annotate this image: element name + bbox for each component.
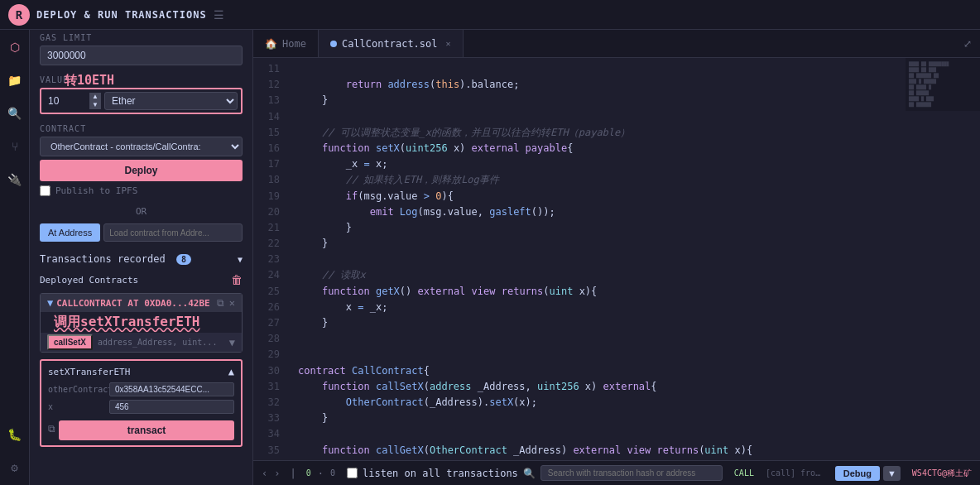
code-editor[interactable]: 1112131415 1617181920 2122232425 2627282… xyxy=(253,58,980,460)
home-tab-icon: 🏠 xyxy=(265,38,277,50)
debug-row: Debug ▼ xyxy=(835,466,901,481)
setx-field-x: x xyxy=(48,400,234,414)
sidebar: GAS LIMIT VALUE ▲ ▼ Wei Gwei Finney Eth xyxy=(30,30,253,485)
publish-ipfs-checkbox[interactable] xyxy=(40,185,50,196)
setx-contract-label: otherContract: xyxy=(48,385,106,394)
transactions-badge: 8 xyxy=(176,254,191,265)
sidebar-item-git[interactable]: ⑂ xyxy=(4,136,26,157)
gas-limit-label: GAS LIMIT xyxy=(40,33,243,42)
nav-right-icon[interactable]: › xyxy=(274,468,280,479)
copy-contract-icon[interactable]: ⧉ xyxy=(217,297,224,309)
main-layout: ⬡ 📁 🔍 ⑂ 🔌 🐛 ⚙ GAS LIMIT VALUE ▲ ▼ xyxy=(0,30,980,485)
setx-x-input[interactable] xyxy=(109,400,234,414)
load-contract-input[interactable] xyxy=(103,223,243,242)
transact-row: ⧉ transact xyxy=(48,417,234,440)
tab-expand[interactable]: ⤢ xyxy=(955,38,980,50)
sidebar-item-settings[interactable]: ⚙ xyxy=(4,457,26,478)
listen-label: listen on all transactions xyxy=(363,468,518,479)
sidebar-item-deploy[interactable]: ⬡ xyxy=(4,36,26,58)
listen-checkbox[interactable] xyxy=(347,468,358,478)
sidebar-item-files[interactable]: 📁 xyxy=(4,70,26,91)
menu-icon[interactable]: ☰ xyxy=(214,8,224,22)
contract-instance-header: ▼ CALLCONTRACT AT 0XDA0...42BE ⧉ ✕ xyxy=(41,294,242,312)
callsetx-annotation: 调用setXTransferETH xyxy=(47,312,207,331)
copy-transact-icon[interactable]: ⧉ xyxy=(48,423,55,435)
trash-icon[interactable]: 🗑 xyxy=(231,273,243,286)
bottom-bar: ‹ › | 0 · 0 listen on all transactions 🔍… xyxy=(253,460,980,485)
line-numbers: 1112131415 1617181920 2122232425 2627282… xyxy=(253,58,288,460)
value-increment[interactable]: ▲ xyxy=(89,93,101,101)
file-tab-label: CallContract.sol xyxy=(342,38,438,50)
code-content: return address(this).balance; } // 可以调整状… xyxy=(288,58,980,460)
callsetx-annotation-row: 调用setXTransferETH xyxy=(41,312,242,333)
transact-button[interactable]: transact xyxy=(59,420,234,440)
call-label: CALL xyxy=(734,468,754,478)
home-tab-label: Home xyxy=(282,38,306,50)
sidebar-item-plugin[interactable]: 🔌 xyxy=(4,169,26,190)
nav-left-icon[interactable]: ‹ xyxy=(262,468,267,479)
deploy-button[interactable]: Deploy xyxy=(40,160,243,181)
call-info: [call] from: 0x5E38Da6a701c568545dCfcB03… xyxy=(766,468,824,478)
callsetx-row: callSetX address_Address, uint... ▼ xyxy=(41,333,242,352)
callsetx-button[interactable]: callSetX xyxy=(47,334,93,350)
transactions-label: Transactions recorded 8 xyxy=(40,253,191,265)
setx-field-contract: otherContract: xyxy=(48,382,234,396)
tab-close-icon[interactable]: ✕ xyxy=(446,39,451,48)
icon-bar-bottom: 🐛 ⚙ xyxy=(4,424,26,478)
file-dot xyxy=(330,41,337,47)
transactions-row[interactable]: Transactions recorded 8 ▼ xyxy=(30,248,252,270)
contract-expand-arrow[interactable]: ▼ xyxy=(47,297,53,309)
transactions-chevron[interactable]: ▼ xyxy=(238,255,243,264)
code-area: 🏠 Home CallContract.sol ✕ ⤢ 1112131415 1… xyxy=(253,30,980,485)
at-address-row: At Address xyxy=(40,223,243,242)
tab-file[interactable]: CallContract.sol ✕ xyxy=(319,30,464,57)
close-contract-icon[interactable]: ✕ xyxy=(229,297,235,309)
top-bar-left: R DEPLOY & RUN TRANSACTIONS ☰ xyxy=(8,4,224,26)
search-tx-input[interactable] xyxy=(540,465,723,481)
bottom-divider: | xyxy=(290,468,295,479)
callsetx-param: address_Address, uint... xyxy=(98,338,229,347)
gas-limit-input[interactable] xyxy=(40,46,243,65)
value-row: ▲ ▼ Wei Gwei Finney Ether xyxy=(40,88,243,114)
at-address-section: At Address xyxy=(30,220,252,248)
or-divider: OR xyxy=(30,203,252,220)
contract-instance-name: CALLCONTRACT AT 0XDA0...42BE xyxy=(56,298,214,309)
contract-instance-icons: ⧉ ✕ xyxy=(217,297,235,309)
bottom-bar-left: ‹ › | 0 · 0 xyxy=(262,468,335,479)
debug-dropdown[interactable]: ▼ xyxy=(883,466,901,481)
tab-bar: 🏠 Home CallContract.sol ✕ ⤢ xyxy=(253,30,980,58)
listen-row: listen on all transactions 🔍 xyxy=(347,465,723,481)
tab-home[interactable]: 🏠 Home xyxy=(253,30,319,57)
value-section: VALUE ▲ ▼ Wei Gwei Finney Ether 转10ETH xyxy=(30,72,252,121)
setx-collapse-arrow[interactable]: ▲ xyxy=(228,366,234,377)
deployed-contracts-row: Deployed Contracts 🗑 xyxy=(30,270,252,290)
value-spinner: ▲ ▼ xyxy=(89,93,101,109)
mini-code-preview: ████ ██ ████████ ████ ██ ███ ██ ██████ █… xyxy=(906,58,980,111)
setx-title: setXTransferETH xyxy=(48,367,130,377)
setx-x-label: x xyxy=(48,402,106,411)
publish-ipfs-row: Publish to IPFS xyxy=(40,185,243,196)
app-logo: R xyxy=(8,4,30,26)
setx-transfer-section: setXTransferETH ▲ otherContract: x ⧉ tra… xyxy=(40,359,243,447)
sidebar-item-search[interactable]: 🔍 xyxy=(4,103,26,124)
sidebar-item-debug[interactable]: 🐛 xyxy=(4,424,26,445)
value-input[interactable] xyxy=(45,94,86,108)
debug-button[interactable]: Debug xyxy=(835,466,880,481)
gas-limit-section: GAS LIMIT xyxy=(30,30,252,72)
at-address-button[interactable]: At Address xyxy=(40,223,100,242)
callsetx-expand[interactable]: ▼ xyxy=(229,337,235,348)
contract-section: CONTRACT OtherContract - contracts/CallC… xyxy=(30,121,252,203)
setx-contract-input[interactable] xyxy=(109,382,234,396)
publish-ipfs-label: Publish to IPFS xyxy=(55,185,137,196)
icon-bar: ⬡ 📁 🔍 ⑂ 🔌 🐛 ⚙ xyxy=(0,30,30,485)
top-bar: R DEPLOY & RUN TRANSACTIONS ☰ xyxy=(0,0,980,30)
value-unit-select[interactable]: Wei Gwei Finney Ether xyxy=(104,92,238,110)
bottom-dot: · xyxy=(318,468,324,479)
top-bar-title: DEPLOY & RUN TRANSACTIONS xyxy=(36,9,207,21)
deployed-label: Deployed Contracts xyxy=(40,275,138,286)
search-icon: 🔍 xyxy=(523,468,536,479)
contract-select[interactable]: OtherContract - contracts/CallContra: xyxy=(40,137,243,156)
value-decrement[interactable]: ▼ xyxy=(89,101,101,109)
value-label: VALUE xyxy=(40,75,243,84)
contract-instance: ▼ CALLCONTRACT AT 0XDA0...42BE ⧉ ✕ 调用set… xyxy=(40,293,243,353)
